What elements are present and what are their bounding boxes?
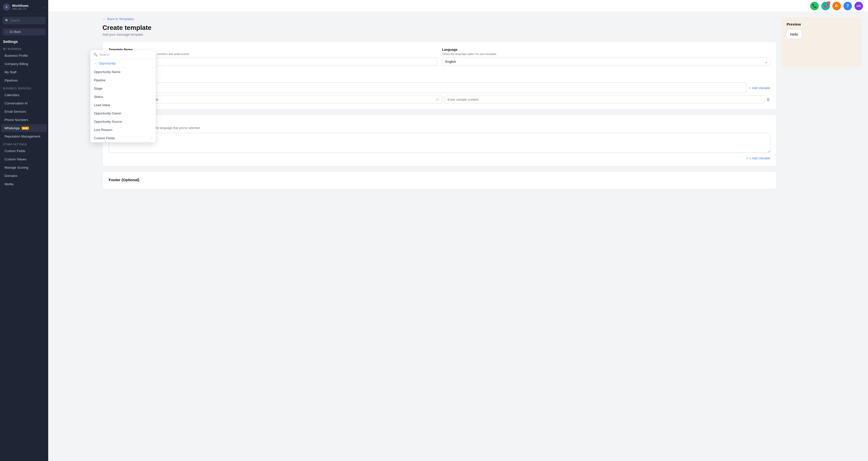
dropdown-back-label: Opportunity bbox=[99, 62, 116, 65]
dropdown-item-lost-reason[interactable]: Lost Reason bbox=[90, 126, 156, 134]
variable-dropdown: 🔍 ← Opportunity Opportunity Name Pipelin… bbox=[90, 50, 156, 142]
dropdown-item-stage[interactable]: Stage bbox=[90, 84, 156, 93]
dropdown-back-button[interactable]: ← Opportunity bbox=[90, 59, 156, 68]
dropdown-search: 🔍 bbox=[90, 50, 156, 59]
dropdown-item-lead-value[interactable]: Lead Value bbox=[90, 101, 156, 109]
dropdown-back-arrow-icon: ← bbox=[94, 62, 97, 65]
dropdown-search-input[interactable] bbox=[99, 53, 153, 57]
chevron-right-icon: › bbox=[151, 137, 152, 140]
dropdown-item-pipeline[interactable]: Pipeline bbox=[90, 76, 156, 84]
dropdown-item-opportunity-owner[interactable]: Opportunity Owner bbox=[90, 109, 156, 118]
dropdown-item-custom-fields[interactable]: Custom Fields › bbox=[90, 134, 156, 142]
dropdown-item-opportunity-source[interactable]: Opportunity Source bbox=[90, 118, 156, 126]
dropdown-item-opportunity-name[interactable]: Opportunity Name bbox=[90, 68, 156, 76]
dropdown-item-status[interactable]: Status bbox=[90, 93, 156, 101]
dropdown-search-icon: 🔍 bbox=[93, 53, 97, 57]
